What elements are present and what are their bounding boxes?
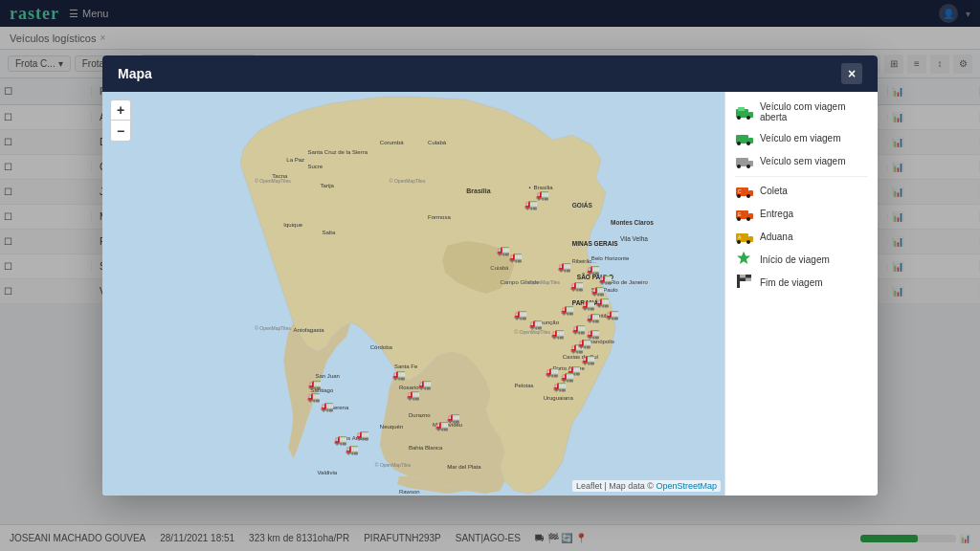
svg-text:Córdoba: Córdoba (370, 344, 393, 350)
svg-text:© OpenMapTiles: © OpenMapTiles (255, 178, 291, 184)
svg-text:Mar del Plata: Mar del Plata (447, 464, 481, 470)
map-attribution: Leaflet | Map data © OpenStreetMap (572, 480, 721, 492)
svg-text:🚛: 🚛 (345, 442, 359, 455)
svg-text:Iquique: Iquique (283, 222, 302, 228)
svg-marker-121 (737, 252, 750, 264)
svg-point-105 (746, 165, 750, 168)
svg-rect-125 (746, 278, 751, 282)
svg-text:Brasília: Brasília (466, 187, 490, 194)
svg-text:Tarija: Tarija (321, 183, 335, 188)
svg-text:🚛: 🚛 (536, 187, 549, 201)
svg-point-100 (737, 142, 741, 145)
svg-text:🚛: 🚛 (321, 399, 334, 412)
svg-text:🚛: 🚛 (599, 272, 612, 285)
svg-text:Cuiabá: Cuiabá (490, 265, 509, 271)
svg-text:🚛: 🚛 (572, 321, 586, 335)
svg-text:Sucre: Sucre (307, 164, 323, 169)
svg-text:© OpenMapTiles: © OpenMapTiles (515, 329, 551, 335)
svg-text:🚛: 🚛 (308, 377, 322, 390)
modal-close-button[interactable]: × (841, 63, 862, 84)
truck-travel-icon (735, 130, 754, 145)
truck-none-icon (735, 153, 754, 168)
svg-rect-122 (737, 275, 740, 288)
svg-text:🚛: 🚛 (582, 298, 595, 311)
svg-text:🚛: 🚛 (447, 410, 460, 424)
svg-text:🚛: 🚛 (606, 307, 619, 320)
svg-text:🚛: 🚛 (578, 336, 591, 349)
truck-open-icon (735, 104, 754, 120)
map-container[interactable]: + − (102, 92, 724, 496)
svg-text:Corumbá: Corumbá (380, 140, 404, 145)
svg-text:Uruguaiana: Uruguaiana (544, 395, 574, 401)
legend-label-sem-viagem: Veículo sem viagem (760, 156, 846, 166)
svg-rect-97 (738, 107, 745, 111)
svg-point-119 (746, 240, 750, 244)
svg-rect-124 (740, 275, 746, 278)
fim-icon (735, 275, 754, 290)
legend-label-entrega: Entrega (760, 209, 793, 219)
svg-text:🚛: 🚛 (509, 250, 523, 263)
legend-item-viagem-aberta: Veículo com viagem aberta (735, 101, 868, 122)
svg-point-113 (737, 217, 741, 221)
svg-text:🚛: 🚛 (497, 243, 510, 256)
legend-label-inicio: Início de viagem (760, 254, 830, 265)
svg-text:🚛: 🚛 (553, 379, 567, 392)
svg-text:© OpenMapTiles: © OpenMapTiles (255, 325, 291, 331)
svg-text:Rio de Janeiro: Rio de Janeiro (611, 279, 648, 285)
svg-text:🚛: 🚛 (558, 259, 571, 273)
svg-point-104 (737, 165, 741, 168)
svg-point-109 (746, 194, 750, 198)
svg-text:MINAS GERAIS: MINAS GERAIS (572, 240, 618, 247)
legend-item-inicio: Início de viagem (735, 252, 868, 267)
svg-text:La Paz: La Paz (286, 157, 304, 163)
svg-text:🚛: 🚛 (596, 295, 610, 308)
modal-overlay[interactable]: Mapa × + − (0, 0, 980, 551)
legend-label-em-viagem: Veículo em viagem (760, 133, 841, 143)
svg-text:C: C (738, 188, 742, 194)
svg-point-96 (746, 116, 750, 120)
svg-point-101 (746, 142, 750, 145)
svg-text:Valdivia: Valdivia (318, 470, 338, 475)
svg-text:🚛: 🚛 (582, 352, 595, 365)
legend-label-viagem-aberta: Veículo com viagem aberta (760, 101, 868, 122)
legend-item-em-viagem: Veículo em viagem (735, 130, 868, 145)
osm-attribution: OpenStreetMap (656, 481, 717, 491)
svg-text:🚛: 🚛 (546, 364, 559, 378)
svg-text:🚛: 🚛 (392, 367, 406, 381)
map-modal: Mapa × + − (102, 55, 878, 496)
svg-text:🚛: 🚛 (515, 307, 528, 320)
svg-text:GOIÁS: GOIÁS (572, 201, 593, 209)
svg-text:© OpenMapTiles: © OpenMapTiles (390, 178, 426, 184)
svg-text:© OpenMapTiles: © OpenMapTiles (375, 462, 412, 468)
modal-header: Mapa × (102, 55, 878, 92)
svg-text:Bahia Blanca: Bahia Blanca (409, 445, 443, 451)
modal-body: + − (102, 92, 878, 496)
zoom-out-button[interactable]: − (110, 121, 131, 142)
aduana-icon: A (735, 229, 754, 244)
svg-point-95 (737, 116, 741, 120)
inicio-icon (735, 252, 754, 267)
svg-text:Rawson: Rawson (399, 489, 420, 495)
svg-text:Belo Horizonte: Belo Horizonte (591, 255, 630, 261)
map-zoom: + − (110, 99, 131, 142)
svg-text:Culabá: Culabá (428, 140, 447, 145)
legend-label-fim: Fim de viagem (760, 277, 823, 288)
svg-point-108 (737, 194, 741, 198)
svg-text:🚛: 🚛 (587, 262, 600, 276)
coleta-icon: C (735, 183, 754, 198)
svg-text:Neuquén: Neuquén (380, 424, 403, 430)
modal-title: Mapa (118, 66, 152, 81)
legend-label-coleta: Coleta (760, 186, 788, 196)
svg-text:🚛: 🚛 (524, 197, 538, 210)
entrega-icon: E (735, 206, 754, 221)
svg-text:🚛: 🚛 (307, 389, 321, 403)
zoom-in-button[interactable]: + (110, 99, 131, 121)
svg-text:Salta: Salta (323, 230, 336, 235)
svg-text:🚛: 🚛 (529, 317, 543, 330)
legend-label-aduana: Aduana (760, 231, 792, 242)
svg-text:🚛: 🚛 (418, 377, 432, 390)
svg-text:© OpenMapTiles: © OpenMapTiles (524, 279, 561, 285)
svg-point-114 (746, 217, 750, 221)
svg-text:Antofagasta: Antofagasta (293, 327, 324, 333)
svg-text:🚛: 🚛 (587, 310, 600, 323)
